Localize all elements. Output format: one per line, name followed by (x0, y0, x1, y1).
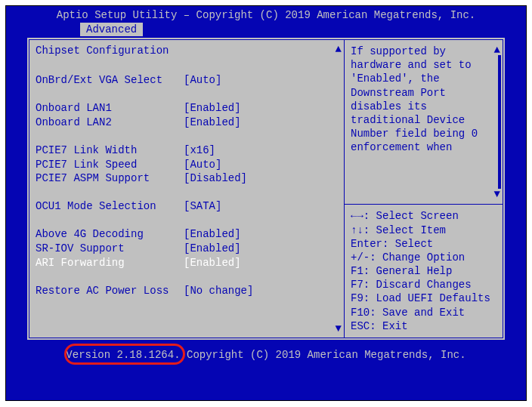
help-scroll-down-icon: ▼ (494, 187, 500, 201)
key-hint: ←→: Select Screen (351, 209, 496, 223)
setting-label: OCU1 Mode Selection (36, 199, 184, 214)
tab-bar: Advanced (6, 23, 526, 38)
scroll-up-icon[interactable]: ▲ (336, 43, 342, 55)
section-title: Chipset Configuration (36, 45, 338, 57)
setting-label: PCIE7 Link Width (36, 143, 184, 158)
setting-value: [Enabled] (184, 242, 338, 256)
setting-row[interactable]: PCIE7 ASPM Support[Disabled] (36, 171, 338, 186)
help-panel: ▲ If supported by hardware and set to 'E… (345, 39, 503, 204)
setting-label: SR-IOV Support (36, 242, 184, 256)
key-hint: F10: Save and Exit (351, 306, 496, 319)
bios-screen: Aptio Setup Utility – Copyright (C) 2019… (5, 5, 527, 401)
setting-row[interactable]: PCIE7 Link Width[x16] (36, 143, 338, 158)
setting-row[interactable]: Restore AC Power Loss[No change] (36, 284, 338, 298)
setting-value: [x16] (184, 143, 338, 158)
right-panel: ▲ If supported by hardware and set to 'E… (345, 39, 503, 338)
key-hint: F7: Discard Changes (351, 278, 496, 291)
tab-advanced[interactable]: Advanced (80, 23, 143, 36)
key-hints-panel: ←→: Select Screen↑↓: Select ItemEnter: S… (345, 204, 503, 338)
settings-panel[interactable]: ▲ Chipset Configuration OnBrd/Ext VGA Se… (29, 39, 345, 338)
help-text: If supported by hardware and set to 'Ena… (351, 45, 478, 153)
key-hint: Enter: Select (351, 237, 496, 251)
setting-value: [Enabled] (184, 101, 338, 116)
setting-value: [Auto] (184, 158, 338, 172)
main-area: ▲ Chipset Configuration OnBrd/Ext VGA Se… (27, 38, 505, 340)
key-hint: +/-: Change Option (351, 251, 496, 264)
setting-value: [Enabled] (184, 256, 338, 270)
header-title: Aptio Setup Utility – Copyright (C) 2019… (6, 6, 526, 23)
setting-value: [Enabled] (184, 227, 338, 242)
setting-value: [SATA] (184, 199, 338, 214)
key-hint: ESC: Exit (351, 319, 496, 333)
key-hint: F9: Load UEFI Defaults (351, 291, 496, 305)
key-hint: ↑↓: Select Item (351, 224, 496, 237)
footer: Version 2.18.1264. Copyright (C) 2019 Am… (6, 340, 526, 364)
setting-row[interactable]: Onboard LAN2[Enabled] (36, 116, 338, 130)
footer-version: Version 2.18.1264. (66, 349, 180, 361)
setting-label: Onboard LAN1 (36, 101, 184, 116)
setting-value: [No change] (184, 284, 338, 298)
setting-label: Onboard LAN2 (36, 116, 184, 130)
setting-label: ARI Forwarding (36, 256, 184, 270)
setting-row[interactable]: ARI Forwarding[Enabled] (36, 256, 338, 270)
setting-row[interactable]: SR-IOV Support[Enabled] (36, 242, 338, 256)
setting-label: PCIE7 Link Speed (36, 158, 184, 172)
scroll-down-icon[interactable]: ▼ (336, 322, 342, 335)
setting-row[interactable]: Onboard LAN1[Enabled] (36, 101, 338, 116)
setting-value: [Disabled] (184, 171, 338, 186)
setting-label: Restore AC Power Loss (36, 284, 184, 298)
setting-row[interactable]: OnBrd/Ext VGA Select[Auto] (36, 73, 338, 88)
footer-copyright: Copyright (C) 2019 American Megatrends, … (181, 349, 466, 361)
setting-row[interactable]: Above 4G Decoding[Enabled] (36, 227, 338, 242)
help-scrollbar[interactable] (498, 55, 501, 189)
setting-row[interactable]: PCIE7 Link Speed[Auto] (36, 158, 338, 172)
setting-label: OnBrd/Ext VGA Select (36, 73, 184, 88)
setting-label: PCIE7 ASPM Support (36, 171, 184, 186)
key-hint: F1: General Help (351, 264, 496, 278)
setting-value: [Enabled] (184, 116, 338, 130)
setting-label: Above 4G Decoding (36, 227, 184, 242)
setting-row[interactable]: OCU1 Mode Selection[SATA] (36, 199, 338, 214)
setting-value: [Auto] (184, 73, 338, 88)
